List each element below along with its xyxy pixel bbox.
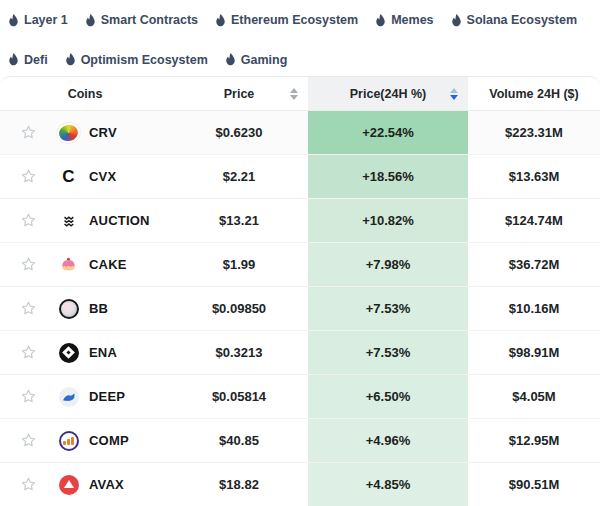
category-filter-bar: Layer 1 Smart Contracts Ethereum Ecosyst… <box>0 0 600 76</box>
column-header-volume[interactable]: Volume 24H ($) <box>468 77 600 110</box>
price-value: $2.21 <box>170 155 308 198</box>
filter-chip-optimism-ecosystem[interactable]: Optimism Ecosystem <box>65 49 208 71</box>
price-value: $0.05814 <box>170 375 308 418</box>
filter-chip-label: Ethereum Ecosystem <box>231 13 358 27</box>
price-24h-sort-icon[interactable] <box>450 88 458 100</box>
price-24h-value: +7.98% <box>308 243 468 286</box>
price-24h-value: +7.53% <box>308 287 468 330</box>
favorite-star-icon[interactable] <box>20 300 37 317</box>
cvx-coin-icon: C <box>58 166 79 187</box>
column-header-price[interactable]: Price <box>170 77 308 110</box>
price-24h-value: +18.56% <box>308 155 468 198</box>
flame-icon <box>8 14 19 27</box>
coin-symbol: CAKE <box>89 257 127 272</box>
favorite-star-icon[interactable] <box>20 344 37 361</box>
column-header-price-24h[interactable]: Price(24H %) <box>308 77 468 110</box>
coin-symbol: CVX <box>89 169 116 184</box>
filter-chip-solana-ecosystem[interactable]: Solana Ecosystem <box>451 9 577 31</box>
price-24h-value: +7.53% <box>308 331 468 374</box>
filter-chip-label: Optimism Ecosystem <box>81 53 208 67</box>
bb-coin-icon <box>58 298 79 319</box>
price-24h-value: +4.85% <box>308 463 468 506</box>
price-value: $1.99 <box>170 243 308 286</box>
filter-chip-smart-contracts[interactable]: Smart Contracts <box>85 9 198 31</box>
price-24h-header-label: Price(24H %) <box>350 87 426 101</box>
filter-chip-label: Solana Ecosystem <box>467 13 577 27</box>
deep-coin-icon <box>58 386 79 407</box>
flame-icon <box>375 14 386 27</box>
coin-symbol: AUCTION <box>89 213 150 228</box>
filter-chip-ethereum-ecosystem[interactable]: Ethereum Ecosystem <box>215 9 358 31</box>
flame-icon <box>225 53 236 66</box>
favorite-star-icon[interactable] <box>20 388 37 405</box>
table-row-ena[interactable]: ENA $0.3213 +7.53% $98.91M <box>0 331 600 375</box>
price-24h-value: +6.50% <box>308 375 468 418</box>
volume-value: $12.95M <box>468 419 600 462</box>
table-row-deep[interactable]: DEEP $0.05814 +6.50% $4.05M <box>0 375 600 419</box>
filter-chip-label: Layer 1 <box>24 13 68 27</box>
favorite-star-icon[interactable] <box>20 212 37 229</box>
price-value: $13.21 <box>170 199 308 242</box>
favorite-star-icon[interactable] <box>20 432 37 449</box>
filter-chip-label: Defi <box>24 53 48 67</box>
price-24h-value: +10.82% <box>308 199 468 242</box>
volume-value: $36.72M <box>468 243 600 286</box>
coin-symbol: DEEP <box>89 389 125 404</box>
crv-coin-icon <box>58 122 79 143</box>
ena-coin-icon <box>58 342 79 363</box>
price-value: $0.3213 <box>170 331 308 374</box>
volume-header-label: Volume 24H ($) <box>489 87 578 101</box>
coin-symbol: COMP <box>89 433 129 448</box>
price-value: $0.09850 <box>170 287 308 330</box>
price-24h-value: +4.96% <box>308 419 468 462</box>
comp-coin-icon <box>58 430 79 451</box>
table-row-avax[interactable]: AVAX $18.82 +4.85% $90.51M <box>0 463 600 506</box>
filter-chip-label: Memes <box>391 13 433 27</box>
coin-symbol: AVAX <box>89 477 124 492</box>
volume-value: $223.31M <box>468 111 600 154</box>
filter-chip-label: Smart Contracts <box>101 13 198 27</box>
table-header-row: Coins Price Price(24H %) Volume 24H ($) <box>0 77 600 111</box>
coin-symbol: CRV <box>89 125 117 140</box>
filter-chip-defi[interactable]: Defi <box>8 49 48 71</box>
price-value: $18.82 <box>170 463 308 506</box>
favorite-star-icon[interactable] <box>20 256 37 273</box>
table-row-crv[interactable]: CRV $0.6230 +22.54% $223.31M <box>0 111 600 155</box>
volume-value: $13.63M <box>468 155 600 198</box>
coins-table: Coins Price Price(24H %) Volume 24H ($) … <box>0 76 600 506</box>
price-sort-icon[interactable] <box>290 88 298 100</box>
volume-value: $90.51M <box>468 463 600 506</box>
price-24h-value: +22.54% <box>308 111 468 154</box>
price-header-label: Price <box>224 87 255 101</box>
coin-symbol: BB <box>89 301 108 316</box>
flame-icon <box>451 14 462 27</box>
table-row-cake[interactable]: CAKE $1.99 +7.98% $36.72M <box>0 243 600 287</box>
table-row-bb[interactable]: BB $0.09850 +7.53% $10.16M <box>0 287 600 331</box>
avax-coin-icon <box>58 474 79 495</box>
table-row-cvx[interactable]: CCVX $2.21 +18.56% $13.63M <box>0 155 600 199</box>
volume-value: $4.05M <box>468 375 600 418</box>
table-row-comp[interactable]: COMP $40.85 +4.96% $12.95M <box>0 419 600 463</box>
price-value: $40.85 <box>170 419 308 462</box>
filter-chip-gaming[interactable]: Gaming <box>225 49 288 71</box>
flame-icon <box>65 53 76 66</box>
auction-coin-icon <box>58 210 79 231</box>
favorite-star-icon[interactable] <box>20 124 37 141</box>
flame-icon <box>85 14 96 27</box>
cake-coin-icon <box>58 254 79 275</box>
volume-value: $98.91M <box>468 331 600 374</box>
coin-symbol: ENA <box>89 345 117 360</box>
coins-header-label: Coins <box>68 87 103 101</box>
filter-chip-layer-1[interactable]: Layer 1 <box>8 9 68 31</box>
flame-icon <box>8 53 19 66</box>
flame-icon <box>215 14 226 27</box>
volume-value: $10.16M <box>468 287 600 330</box>
filter-chip-label: Gaming <box>241 53 288 67</box>
column-header-coins[interactable]: Coins <box>0 77 170 110</box>
table-row-auction[interactable]: AUCTION $13.21 +10.82% $124.74M <box>0 199 600 243</box>
favorite-star-icon[interactable] <box>20 476 37 493</box>
filter-chip-memes[interactable]: Memes <box>375 9 433 31</box>
volume-value: $124.74M <box>468 199 600 242</box>
price-value: $0.6230 <box>170 111 308 154</box>
favorite-star-icon[interactable] <box>20 168 37 185</box>
